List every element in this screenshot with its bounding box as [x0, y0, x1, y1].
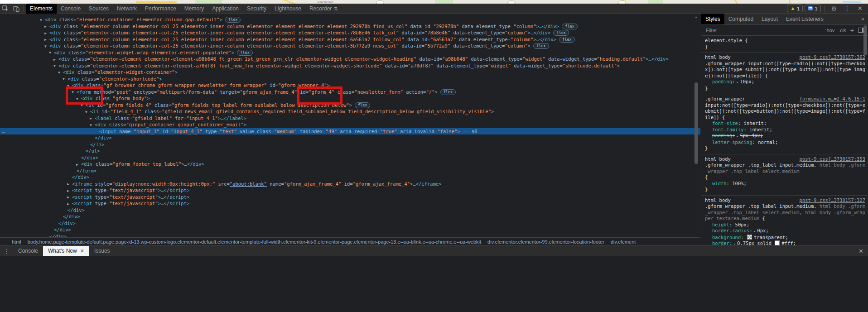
flex-badge[interactable]: flex [553, 30, 569, 36]
expand-shorthand-icon[interactable]: ▸ [754, 228, 756, 235]
close-drawer-icon[interactable]: ✕ [854, 248, 868, 254]
css-declaration-padding[interactable]: padding:▸10px; [705, 79, 865, 86]
color-swatch[interactable] [747, 235, 752, 240]
dom-tree-row[interactable]: ▼<div class="gform_body"> [0, 95, 700, 102]
dom-tree-row[interactable]: ▶<div class="elementor-column elementor-… [0, 36, 700, 43]
css-declaration-height[interactable]: height: 50px; [705, 222, 865, 228]
new-style-rule-button[interactable]: + [850, 27, 854, 34]
tab-console[interactable]: Console [57, 4, 85, 14]
dom-tree-row[interactable]: </ul> [0, 148, 700, 154]
device-toolbar-icon[interactable] [11, 4, 22, 14]
tab-elements[interactable]: Elements [26, 4, 57, 14]
flex-badge[interactable]: flex [562, 24, 577, 29]
drawer-tab-console[interactable]: Console [13, 246, 43, 256]
flex-badge[interactable]: flex [237, 50, 252, 56]
scrollbar-up-arrow[interactable]: ▲ [694, 15, 698, 19]
dom-tree-row[interactable]: ▼<div class="elementor-element elementor… [0, 62, 700, 69]
stylesheet-source-link[interactable]: post-9.css?…3730157:327 [800, 197, 865, 204]
tabs-overflow-icon[interactable]: » [858, 16, 868, 22]
dom-tree-row[interactable]: </div> [0, 134, 700, 141]
dom-tree-row[interactable]: ▼<form method="post" enctype="multipart/… [0, 89, 700, 96]
dom-tree-row[interactable]: ▶<div class="elementor-column elementor-… [0, 23, 700, 30]
inspect-element-icon[interactable] [0, 4, 11, 14]
dom-tree-row[interactable]: ▼<li id="field_4_1" class="gfield news_e… [0, 108, 700, 115]
styles-tab-layout[interactable]: Layout [757, 14, 782, 24]
dom-tree-row[interactable]: ▼<div class="elementor-widget-wrap eleme… [0, 49, 700, 56]
dom-tree-row[interactable]: </div> [0, 226, 700, 233]
styles-tab-event-listeners[interactable]: Event Listeners [782, 14, 828, 24]
settings-gear-icon[interactable]: ⚙ [829, 5, 840, 12]
kebab-menu-icon[interactable]: ⋮ [841, 5, 853, 12]
issues-badge[interactable]: 1 [805, 5, 820, 12]
scrollbar-thumb[interactable] [694, 82, 698, 164]
dom-tree-row[interactable]: ▶<iframe style="display:none;width:0px;h… [0, 181, 700, 187]
breadcrumb-item[interactable]: div.element [611, 239, 636, 245]
dom-tree-row[interactable]: ▶<script type="text/javascript">…</scrip… [0, 194, 700, 201]
styles-tab-styles[interactable]: Styles [701, 14, 724, 24]
tab-security[interactable]: Security [243, 4, 270, 14]
warnings-badge[interactable]: ▲ 1 [787, 5, 803, 12]
dom-tree-row[interactable]: </div> [0, 207, 700, 214]
dom-tree-row[interactable]: </form> [0, 168, 700, 174]
stylesheet-source-link[interactable]: formsmain.m…=2.4.6.15:1 [800, 96, 865, 102]
drawer-kebab-menu-icon[interactable]: ⋮ [0, 248, 13, 254]
dom-tree-row[interactable]: ▶<script type="text/javascript">…</scrip… [0, 200, 700, 207]
styles-scrollbar[interactable] [863, 24, 868, 232]
css-declaration-letter-spacing[interactable]: letter-spacing: normal; [705, 139, 865, 146]
scrollbar-thumb[interactable] [863, 25, 867, 55]
dom-tree-row[interactable]: </li> [0, 141, 700, 148]
breadcrumb-item[interactable]: html [12, 239, 21, 245]
drawer-tab-what-s-new[interactable]: What's New✕ [43, 246, 89, 256]
tab-performance[interactable]: Performance [141, 4, 180, 14]
expand-shorthand-icon[interactable]: ▸ [737, 79, 739, 86]
dom-tree-row[interactable]: ▼<div class="elementor-container element… [0, 16, 700, 23]
toggle-class-button[interactable]: .cls [839, 28, 846, 33]
dom-tree-row[interactable]: </div> [0, 220, 700, 227]
dom-tree-row[interactable]: </div> [0, 154, 700, 161]
dom-tree-row-selected[interactable]: …<input name="input_1" id="input_4_1" ty… [0, 128, 700, 135]
dom-tree-row[interactable]: ▼<div class="ginput_container ginput_con… [0, 121, 700, 128]
dom-tree-row[interactable]: ▼<div class="elementor-column elementor-… [0, 43, 700, 49]
close-devtools-icon[interactable]: ✕ [855, 5, 865, 12]
css-declaration-border[interactable]: border:▸0.75px solid #fff; [705, 240, 865, 245]
dom-tree-row[interactable]: ▶<div class="elementor-column elementor-… [0, 29, 700, 36]
elements-scrollbar[interactable]: ▲ [694, 15, 699, 236]
css-declaration-padding[interactable]: padding:▸5px 4px; [705, 133, 865, 139]
css-declaration-font-family[interactable]: font-family: inherit; [705, 127, 865, 133]
tab-application[interactable]: Application [208, 4, 243, 14]
breadcrumb-item[interactable]: body.home.page-template-default.page.pag… [28, 239, 481, 245]
styles-filter-input[interactable] [705, 27, 775, 34]
flex-badge[interactable]: flex [533, 43, 549, 49]
dom-tree-row[interactable]: </div> [0, 213, 700, 220]
flex-badge[interactable]: flex [355, 102, 370, 108]
drawer-tab-issues[interactable]: Issues [89, 246, 115, 256]
dom-tree-row[interactable]: ▶<div class="elementor-element elementor… [0, 56, 700, 62]
styles-tab-computed[interactable]: Computed [724, 14, 757, 24]
dom-tree-row[interactable]: ▶<label class="gfield_label" for="input_… [0, 115, 700, 122]
css-declaration-width[interactable]: width: 100%; [705, 181, 865, 187]
close-tab-icon[interactable]: ✕ [80, 246, 84, 256]
dom-tree-row[interactable]: ▼<ul id="gform_fields_4" class="gform_fi… [0, 102, 700, 109]
tab-sources[interactable]: Sources [85, 4, 113, 14]
expand-shorthand-icon[interactable]: ▸ [733, 241, 736, 245]
toggle-hover-state-button[interactable]: :hov [825, 28, 835, 33]
dom-tree-row[interactable]: ▼<div class="elementor-shortcode"> [0, 76, 700, 82]
tab-lighthouse[interactable]: Lighthouse [270, 4, 305, 14]
css-declaration-font-size[interactable]: font-size: inherit; [705, 120, 865, 127]
stylesheet-source-link[interactable]: post-9.css?…3730157:353 [800, 156, 865, 163]
row-overflow-ellipsis[interactable]: … [2, 128, 5, 135]
tab-network[interactable]: Network [113, 4, 141, 14]
dom-tree-row[interactable]: ▼<div class="gf_browser_chrome gform_wra… [0, 82, 700, 89]
dom-tree-row[interactable]: </div> [0, 174, 700, 181]
breadcrumb-item[interactable]: div.elementor.elementor-99.elementor-loc… [487, 239, 604, 245]
css-declaration-background[interactable]: background: transparent; [705, 235, 865, 241]
dom-tree-row[interactable]: ▶<script type="text/javascript">…</scrip… [0, 187, 700, 194]
dom-tree-row[interactable]: </div> [0, 233, 700, 238]
tab-recorder[interactable]: Recorder⚗ [305, 4, 342, 14]
flex-badge[interactable]: flex [559, 37, 574, 43]
dom-tree-row[interactable]: ▶<div class="gform_footer top_label">…</… [0, 161, 700, 168]
color-swatch[interactable] [775, 240, 780, 245]
flex-badge[interactable]: flex [440, 89, 456, 95]
expand-shorthand-icon[interactable]: ▸ [737, 133, 739, 139]
dom-tree-row[interactable]: ▼<div class="elementor-widget-container"… [0, 69, 700, 76]
